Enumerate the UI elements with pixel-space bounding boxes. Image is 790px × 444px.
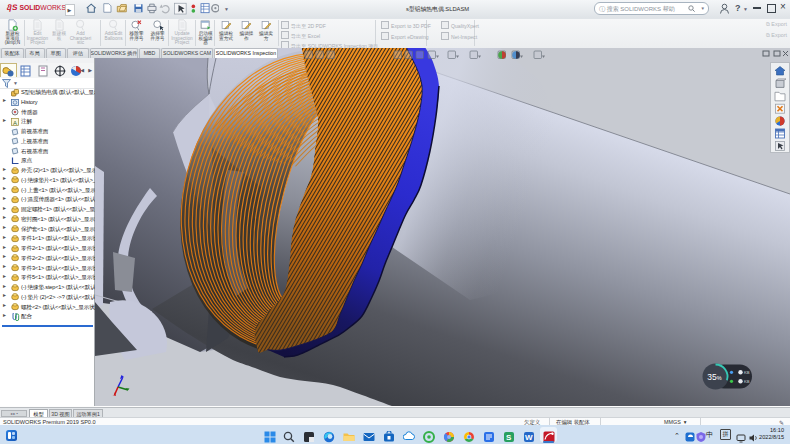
svg-text:KB: KB (744, 370, 750, 375)
svg-text:W: W (525, 433, 533, 442)
svg-text:KB: KB (744, 379, 750, 384)
svg-text:S: S (506, 433, 512, 442)
svg-text:A: A (13, 119, 17, 125)
